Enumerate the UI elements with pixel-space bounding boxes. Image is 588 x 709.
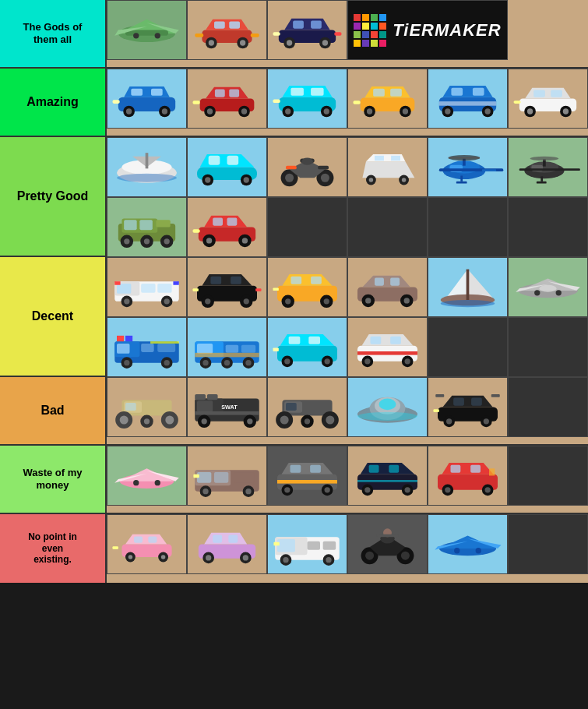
svg-point-50 bbox=[285, 108, 290, 114]
svg-point-370 bbox=[476, 548, 481, 553]
svg-point-102 bbox=[301, 158, 313, 165]
tier-row-no-point: No point inevenexisting. bbox=[0, 514, 588, 583]
svg-marker-55 bbox=[364, 86, 410, 98]
svg-marker-171 bbox=[282, 274, 332, 286]
item-truck-white bbox=[267, 514, 347, 574]
svg-point-139 bbox=[144, 238, 150, 244]
svg-rect-351 bbox=[323, 541, 336, 550]
svg-marker-277 bbox=[442, 396, 492, 407]
svg-point-108 bbox=[369, 178, 374, 182]
svg-rect-75 bbox=[551, 90, 562, 97]
svg-point-145 bbox=[206, 238, 212, 243]
svg-rect-162 bbox=[210, 277, 221, 284]
svg-rect-314 bbox=[369, 465, 379, 473]
svg-point-320 bbox=[405, 487, 410, 492]
svg-rect-2 bbox=[125, 30, 168, 36]
svg-rect-253 bbox=[195, 411, 259, 415]
svg-point-196 bbox=[534, 290, 540, 295]
item-oldschool-car bbox=[347, 257, 428, 317]
svg-rect-153 bbox=[157, 284, 171, 293]
svg-point-265 bbox=[280, 416, 289, 425]
svg-rect-173 bbox=[311, 277, 322, 284]
svg-rect-47 bbox=[290, 88, 304, 96]
svg-rect-202 bbox=[117, 336, 124, 341]
svg-rect-341 bbox=[213, 535, 222, 543]
svg-rect-142 bbox=[213, 218, 223, 226]
svg-marker-180 bbox=[362, 276, 410, 287]
tier-items-bad: SWAT bbox=[107, 377, 588, 444]
tier-label-pretty-good: Pretty Good bbox=[0, 137, 107, 256]
svg-rect-10 bbox=[229, 22, 240, 29]
svg-point-175 bbox=[285, 298, 290, 304]
item-police-truck-blue bbox=[107, 317, 187, 377]
svg-rect-205 bbox=[157, 344, 175, 352]
svg-rect-210 bbox=[150, 341, 179, 344]
svg-point-85 bbox=[117, 174, 177, 182]
svg-point-209 bbox=[164, 360, 170, 365]
svg-rect-84 bbox=[146, 153, 149, 168]
item-empty-1 bbox=[267, 197, 347, 257]
svg-rect-172 bbox=[290, 277, 301, 284]
svg-point-186 bbox=[404, 298, 410, 303]
svg-marker-188 bbox=[468, 270, 493, 298]
item-empty-5 bbox=[428, 317, 508, 377]
svg-rect-243 bbox=[125, 403, 136, 411]
item-tesla-blue bbox=[107, 69, 187, 129]
svg-point-71 bbox=[485, 108, 491, 114]
svg-rect-16 bbox=[251, 34, 259, 37]
svg-rect-281 bbox=[491, 394, 500, 397]
tier-items-gods: TiERMAKER bbox=[107, 0, 588, 67]
svg-marker-322 bbox=[442, 463, 494, 474]
svg-point-41 bbox=[207, 108, 213, 114]
tier-label-decent: Decent bbox=[0, 257, 107, 376]
svg-point-93 bbox=[244, 177, 249, 182]
svg-rect-105 bbox=[375, 156, 384, 160]
svg-rect-35 bbox=[113, 100, 120, 104]
svg-point-238 bbox=[364, 358, 370, 364]
svg-rect-131 bbox=[124, 220, 137, 230]
svg-point-197 bbox=[556, 290, 562, 295]
item-car-red-sports bbox=[187, 0, 267, 60]
svg-marker-18 bbox=[284, 19, 330, 30]
item-empty-3 bbox=[428, 197, 508, 257]
svg-rect-349 bbox=[277, 539, 295, 552]
svg-point-353 bbox=[283, 557, 288, 563]
item-cyan-bugatti bbox=[187, 137, 267, 197]
svg-rect-168 bbox=[193, 288, 199, 291]
svg-rect-44 bbox=[193, 101, 200, 104]
svg-rect-304 bbox=[277, 480, 337, 484]
svg-point-220 bbox=[245, 360, 251, 365]
tier-label-amazing: Amazing bbox=[0, 69, 107, 136]
item-boat-white bbox=[107, 137, 187, 197]
svg-rect-88 bbox=[209, 156, 220, 165]
svg-point-12 bbox=[209, 40, 214, 45]
item-plane-pink bbox=[107, 446, 187, 506]
item-red-stripe-car bbox=[347, 317, 428, 377]
svg-text:SWAT: SWAT bbox=[221, 404, 238, 411]
svg-point-167 bbox=[244, 298, 249, 304]
svg-rect-74 bbox=[533, 90, 545, 97]
svg-point-165 bbox=[205, 298, 210, 304]
svg-point-358 bbox=[365, 552, 374, 560]
svg-point-292 bbox=[155, 480, 160, 485]
svg-point-126 bbox=[530, 157, 559, 161]
svg-point-34 bbox=[162, 108, 167, 114]
svg-rect-295 bbox=[197, 472, 211, 483]
svg-rect-204 bbox=[141, 344, 154, 352]
svg-point-329 bbox=[485, 487, 491, 492]
svg-rect-225 bbox=[289, 337, 301, 344]
tier-label-waste: Waste of mymoney bbox=[0, 446, 107, 513]
item-monster-truck-dark bbox=[267, 377, 347, 437]
svg-rect-48 bbox=[311, 88, 324, 96]
svg-point-147 bbox=[242, 238, 248, 243]
item-helicopter-dark bbox=[508, 137, 588, 197]
item-red-classic bbox=[187, 197, 267, 257]
svg-rect-307 bbox=[310, 465, 321, 473]
svg-rect-101 bbox=[318, 166, 329, 170]
svg-rect-30 bbox=[151, 89, 163, 96]
svg-marker-65 bbox=[442, 86, 492, 97]
svg-rect-39 bbox=[229, 90, 239, 97]
item-plane-gray bbox=[508, 257, 588, 317]
item-car-old-pink bbox=[187, 514, 267, 574]
svg-point-299 bbox=[202, 489, 208, 494]
